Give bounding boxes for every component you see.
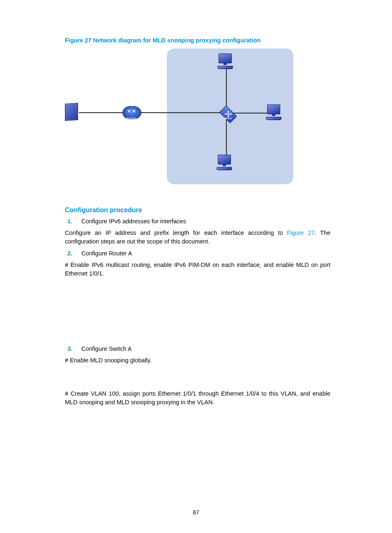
step-number: 1. [65,218,72,225]
host-icon [216,155,233,169]
page-number: 87 [0,509,392,516]
spacer [65,282,330,343]
list-item: 2. Configure Router A [65,250,330,257]
host-icon [217,53,233,68]
list-item: 1. Configure IPv6 addresses for interfac… [65,218,330,225]
section-heading: Configuration procedure [65,206,330,214]
step-label: Configure Router A [81,250,132,257]
step-number: 3. [65,345,72,352]
paragraph: # Enable IPv6 multicast routing, enable … [65,261,330,278]
figure-caption: Figure 27 Network diagram for MLD snoopi… [65,37,330,44]
step-list: 1. Configure IPv6 addresses for interfac… [65,218,330,225]
switch-label: SWITCH [219,117,236,120]
host-icon [265,104,282,119]
paragraph: # Create VLAN 100, assign ports Ethernet… [65,389,330,407]
step-number: 2. [65,250,72,257]
figure-link[interactable]: Figure 27 [287,229,314,236]
step-label: Configure Switch A [81,345,132,352]
network-diagram: ROUTER SWITCH [69,49,332,194]
paragraph-text: Configure an IP address and prefix lengt… [65,229,287,236]
paragraph: # Enable MLD snooping globally. [65,356,330,365]
step-label: Configure IPv6 addresses for interfaces [81,218,186,225]
step-list: 2. Configure Router A [65,250,330,257]
step-list: 3. Configure Switch A [65,345,330,352]
link-line [79,112,226,113]
link-line [226,118,227,157]
list-item: 3. Configure Switch A [65,345,330,352]
server-icon [65,103,79,121]
router-label: ROUTER [122,117,141,120]
paragraph: Configure an IP address and prefix lengt… [65,229,330,246]
spacer [65,369,330,388]
